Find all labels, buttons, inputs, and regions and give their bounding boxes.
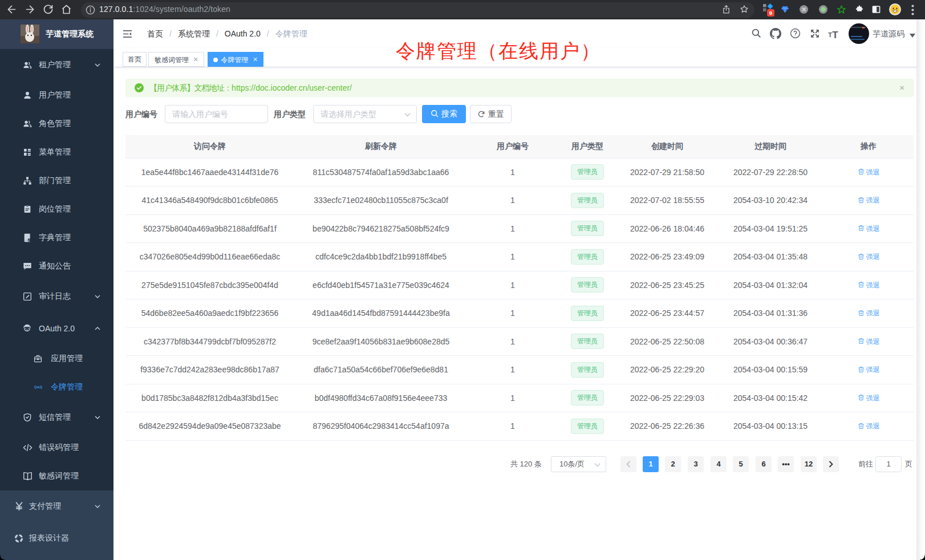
svg-text:A: A bbox=[37, 385, 40, 389]
svg-text:9: 9 bbox=[769, 10, 772, 16]
svg-text:T: T bbox=[832, 29, 838, 40]
svg-text:⌘: ⌘ bbox=[801, 7, 806, 13]
